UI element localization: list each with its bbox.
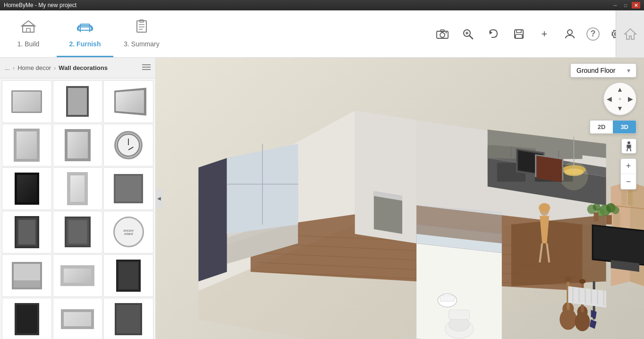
compass-left-button[interactable]: ◀: [607, 95, 612, 103]
profile-button[interactable]: [561, 25, 579, 43]
svg-marker-138: [536, 156, 562, 182]
home-button[interactable]: [616, 10, 644, 57]
list-item[interactable]: [53, 167, 103, 210]
items-grid: encoreretard: [0, 78, 155, 339]
help-button[interactable]: ?: [586, 27, 600, 41]
item-thumbnail: [109, 129, 148, 162]
svg-marker-22: [490, 31, 492, 35]
svg-rect-83: [621, 191, 627, 205]
item-thumbnail: [109, 172, 148, 205]
zoom-in-button[interactable]: +: [621, 159, 636, 174]
svg-rect-155: [594, 213, 599, 221]
list-item[interactable]: [53, 211, 103, 253]
chevron-left-icon: ◀: [157, 196, 161, 201]
view-3d-button[interactable]: 3D: [613, 121, 636, 133]
content-area: ... › Home decor › Wall decorations: [0, 58, 644, 339]
list-item[interactable]: [103, 298, 153, 339]
save-button[interactable]: [510, 25, 528, 43]
svg-marker-131: [590, 319, 597, 329]
svg-point-156: [627, 141, 630, 144]
svg-point-26: [568, 30, 572, 35]
svg-line-159: [630, 148, 631, 151]
svg-rect-16: [441, 30, 444, 32]
list-item[interactable]: [103, 80, 153, 123]
item-thumbnail: encoreretard: [109, 216, 148, 249]
titlebar: HomeByMe - My new project ─ □ ✕: [0, 0, 644, 10]
view-mode-toggle: 2D 3D: [590, 120, 636, 134]
list-item[interactable]: [103, 124, 153, 166]
svg-marker-132: [591, 310, 597, 318]
breadcrumb-home-decor[interactable]: Home decor: [17, 64, 51, 71]
svg-marker-28: [625, 29, 636, 39]
zoom-out-button[interactable]: −: [621, 174, 636, 189]
svg-rect-86: [621, 215, 627, 229]
close-button[interactable]: ✕: [632, 2, 640, 9]
app: 1. Build 2. Furnish: [0, 10, 644, 339]
list-item[interactable]: [53, 298, 103, 339]
item-thumbnail: [58, 85, 97, 118]
svg-line-19: [469, 35, 473, 39]
navigation-compass: ▲ ▼ ◀ ▶ +: [603, 82, 636, 115]
build-icon: [21, 19, 36, 37]
breadcrumb-ellipsis[interactable]: ...: [5, 64, 10, 71]
add-button[interactable]: +: [535, 25, 553, 43]
list-item[interactable]: encoreretard: [103, 211, 153, 253]
svg-rect-82: [613, 189, 620, 205]
compass-up-button[interactable]: ▲: [617, 86, 623, 93]
compass-down-button[interactable]: ▼: [617, 104, 623, 112]
summary-icon: [135, 19, 148, 37]
list-item[interactable]: [2, 80, 52, 123]
list-item[interactable]: [53, 80, 103, 123]
viewport-controls: Ground Floor ▾ ▲ ▼ ◀ ▶ + 2D 3D: [570, 63, 636, 190]
list-item[interactable]: [2, 124, 52, 166]
search-zoom-button[interactable]: [459, 25, 477, 43]
minimize-button[interactable]: ─: [611, 2, 619, 9]
camera-button[interactable]: [433, 25, 451, 43]
summary-label: 3. Summary: [124, 40, 159, 48]
list-item[interactable]: [2, 254, 52, 297]
top-navigation: 1. Build 2. Furnish: [0, 10, 644, 58]
undo-button[interactable]: [484, 25, 502, 43]
item-thumbnail: [7, 85, 46, 118]
list-item[interactable]: [103, 254, 153, 297]
titlebar-controls: ─ □ ✕: [611, 2, 640, 9]
sidebar-toggle-button[interactable]: ◀: [155, 189, 163, 208]
floor-selector[interactable]: Ground Floor ▾: [570, 63, 636, 78]
item-thumbnail: [58, 216, 97, 249]
list-item[interactable]: [53, 254, 103, 297]
furnish-icon: [76, 19, 93, 37]
svg-rect-0: [23, 26, 34, 32]
item-thumbnail: [7, 129, 46, 162]
step-build[interactable]: 1. Build: [0, 10, 57, 57]
item-thumbnail: [109, 85, 148, 118]
step-summary[interactable]: 3. Summary: [113, 10, 170, 57]
item-thumbnail: [7, 259, 46, 292]
zoom-controls: + −: [620, 158, 636, 190]
person-view-button[interactable]: [621, 139, 636, 154]
item-thumbnail: [109, 303, 148, 336]
list-item[interactable]: [103, 167, 153, 210]
list-view-toggle[interactable]: [142, 64, 151, 72]
list-item[interactable]: [2, 167, 52, 210]
maximize-button[interactable]: □: [621, 2, 630, 9]
item-thumbnail: [58, 172, 97, 205]
svg-point-17: [446, 32, 447, 33]
breadcrumb-sep-2: ›: [54, 64, 56, 71]
svg-point-100: [539, 203, 550, 213]
item-thumbnail: [58, 259, 97, 292]
3d-viewport[interactable]: Ground Floor ▾ ▲ ▼ ◀ ▶ + 2D 3D: [156, 58, 644, 339]
list-item[interactable]: [53, 124, 103, 166]
floor-selector-chevron: ▾: [627, 67, 630, 74]
list-item[interactable]: [2, 298, 52, 339]
step-furnish[interactable]: 2. Furnish: [57, 10, 113, 57]
list-item[interactable]: [2, 211, 52, 253]
svg-rect-64: [449, 310, 469, 319]
build-label: 1. Build: [17, 40, 40, 48]
svg-rect-84: [628, 190, 633, 205]
breadcrumb-wall-decorations[interactable]: Wall decorations: [59, 64, 108, 71]
compass-right-button[interactable]: ▶: [628, 95, 633, 103]
view-2d-button[interactable]: 2D: [590, 121, 613, 133]
floor-selector-label: Ground Floor: [576, 67, 615, 74]
breadcrumb: ... › Home decor › Wall decorations: [0, 58, 155, 78]
item-thumbnail: [7, 216, 46, 249]
